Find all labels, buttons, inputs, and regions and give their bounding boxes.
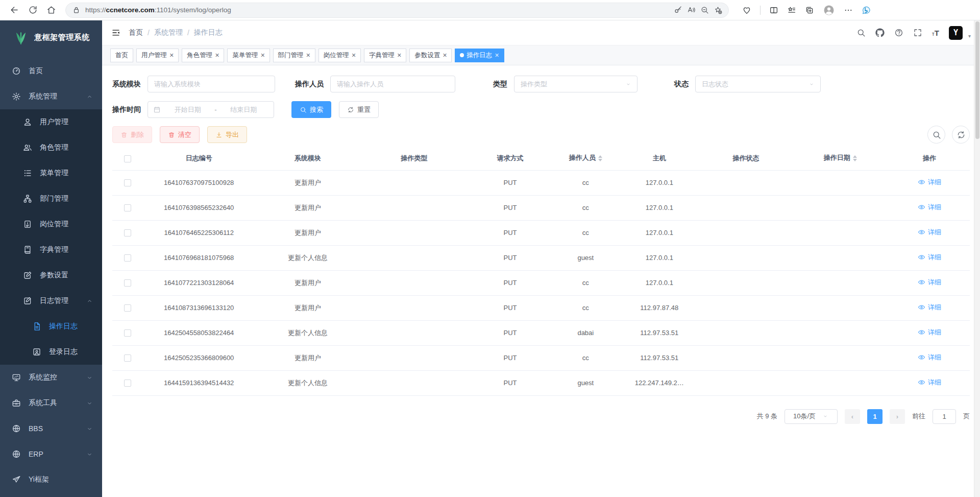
browser-profile-avatar[interactable] — [823, 4, 835, 16]
sidebar-item-param[interactable]: 参数设置 — [0, 263, 102, 288]
settings-dots-icon[interactable] — [844, 6, 853, 15]
search-button[interactable]: 搜索 — [291, 101, 331, 118]
avatar-caret-icon[interactable]: ▾ — [968, 33, 971, 40]
browser-home-button[interactable] — [43, 2, 59, 18]
date-end-placeholder[interactable]: 结束日期 — [219, 105, 268, 114]
row-checkbox[interactable] — [124, 279, 131, 287]
lock-icon[interactable] — [72, 6, 81, 14]
bing-chat-icon[interactable] — [862, 6, 871, 15]
close-icon[interactable]: × — [169, 52, 174, 59]
user-avatar[interactable]: Y — [949, 26, 963, 40]
browser-essentials-icon[interactable] — [742, 6, 751, 15]
page-scrollbar[interactable] — [974, 20, 980, 497]
close-icon[interactable]: × — [215, 52, 219, 59]
collections-icon[interactable] — [805, 6, 814, 15]
tab-2[interactable]: 角色管理× — [182, 49, 224, 62]
close-icon[interactable]: × — [443, 52, 447, 59]
split-screen-icon[interactable] — [769, 6, 778, 15]
breadcrumb-home[interactable]: 首页 — [129, 28, 143, 37]
sort-icons[interactable] — [853, 153, 857, 163]
sidebar-item-user[interactable]: 用户管理 — [0, 109, 102, 135]
sidebar-item-logmgr[interactable]: 日志管理 — [0, 288, 102, 314]
detail-link[interactable]: 详细 — [918, 378, 941, 387]
tab-5[interactable]: 岗位管理× — [318, 49, 361, 62]
row-checkbox[interactable] — [124, 254, 131, 262]
read-aloud-icon[interactable] — [687, 6, 696, 14]
export-button[interactable]: 导出 — [207, 126, 247, 143]
date-range-picker[interactable]: 开始日期 - 结束日期 — [148, 101, 274, 118]
row-checkbox[interactable] — [124, 304, 131, 312]
detail-link[interactable]: 详细 — [918, 303, 941, 312]
goto-page-input[interactable] — [933, 409, 956, 424]
show-search-button[interactable] — [927, 126, 945, 144]
tab-6[interactable]: 字典管理× — [364, 49, 406, 62]
prev-page-button[interactable]: ‹ — [845, 409, 860, 424]
url-text[interactable]: https://ccnetcore.com:1101/system/log/op… — [85, 6, 669, 14]
tab-8[interactable]: 操作日志× — [455, 49, 504, 62]
row-checkbox[interactable] — [124, 204, 131, 211]
select-all-checkbox[interactable] — [124, 155, 131, 162]
tab-7[interactable]: 参数设置× — [409, 49, 452, 62]
search-icon[interactable] — [856, 28, 866, 37]
detail-link[interactable]: 详细 — [918, 278, 941, 287]
type-select[interactable]: 操作类型 — [514, 76, 638, 92]
detail-link[interactable]: 详细 — [918, 328, 941, 337]
browser-reload-button[interactable] — [24, 2, 41, 18]
sidebar-item-bbs[interactable]: BBS — [0, 416, 102, 441]
zoom-out-icon[interactable] — [700, 6, 709, 14]
password-key-icon[interactable] — [674, 6, 682, 14]
sidebar-item-role[interactable]: 角色管理 — [0, 135, 102, 160]
sidebar-item-monitor[interactable]: 系统监控 — [0, 365, 102, 390]
page-size-select[interactable]: 10条/页 — [785, 409, 838, 424]
col-header-operator[interactable]: 操作人员 — [553, 147, 618, 170]
sidebar-item-home[interactable]: 首页 — [0, 58, 102, 84]
help-icon[interactable] — [894, 28, 903, 37]
favorites-icon[interactable] — [787, 6, 796, 15]
fullscreen-icon[interactable] — [913, 28, 922, 37]
github-icon[interactable] — [875, 28, 885, 37]
sidebar-item-loginlog[interactable]: 登录日志 — [0, 339, 102, 365]
module-input[interactable] — [148, 76, 275, 92]
browser-back-button[interactable] — [6, 2, 22, 18]
operator-input[interactable] — [330, 76, 455, 92]
scrollbar-thumb[interactable] — [975, 21, 979, 139]
sidebar-item-dept[interactable]: 部门管理 — [0, 186, 102, 211]
sort-icons[interactable] — [598, 153, 602, 163]
status-select[interactable]: 日志状态 — [695, 76, 821, 92]
tab-4[interactable]: 部门管理× — [273, 49, 315, 62]
row-checkbox[interactable] — [124, 329, 131, 337]
row-checkbox[interactable] — [124, 380, 131, 387]
delete-button[interactable]: 删除 — [112, 126, 152, 143]
page-1-button[interactable]: 1 — [867, 409, 883, 424]
row-checkbox[interactable] — [124, 179, 131, 186]
add-favorite-icon[interactable] — [714, 6, 722, 14]
detail-link[interactable]: 详细 — [918, 203, 941, 212]
detail-link[interactable]: 详细 — [918, 253, 941, 262]
tab-3[interactable]: 菜单管理× — [227, 49, 270, 62]
app-logo[interactable]: 意框架管理系统 — [0, 20, 102, 54]
sidebar-item-tools[interactable]: 系统工具 — [0, 390, 102, 416]
address-bar[interactable]: https://ccnetcore.com:1101/system/log/op… — [65, 3, 729, 18]
sidebar-item-yi[interactable]: Yi框架 — [0, 467, 102, 492]
tab-1[interactable]: 用户管理× — [136, 49, 179, 62]
detail-link[interactable]: 详细 — [918, 353, 941, 362]
close-icon[interactable]: × — [306, 52, 310, 59]
col-header-date[interactable]: 操作日期 — [792, 147, 890, 170]
clear-button[interactable]: 清空 — [160, 126, 200, 143]
detail-link[interactable]: 详细 — [918, 178, 941, 187]
sidebar-item-menu[interactable]: 菜单管理 — [0, 160, 102, 186]
sidebar-item-post[interactable]: 岗位管理 — [0, 211, 102, 237]
font-size-icon[interactable]: тT — [932, 29, 939, 37]
sidebar-item-operlog[interactable]: 操作日志 — [0, 314, 102, 339]
row-checkbox[interactable] — [124, 229, 131, 236]
sidebar-item-erp[interactable]: ERP — [0, 441, 102, 467]
close-icon[interactable]: × — [260, 52, 264, 59]
detail-link[interactable]: 详细 — [918, 228, 941, 237]
close-icon[interactable]: × — [495, 52, 499, 59]
sidebar-item-dict[interactable]: 字典管理 — [0, 237, 102, 263]
tab-0[interactable]: 首页 — [110, 49, 133, 62]
reset-button[interactable]: 重置 — [339, 101, 379, 118]
date-start-placeholder[interactable]: 开始日期 — [163, 105, 212, 114]
next-page-button[interactable]: › — [890, 409, 905, 424]
close-icon[interactable]: × — [397, 52, 401, 59]
